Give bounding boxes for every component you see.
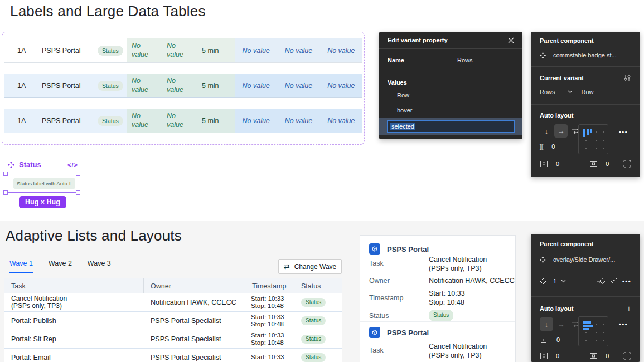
table-row-variant[interactable]: 1A PSPS Portal Status No value No value … [4,38,362,63]
status-badge[interactable]: Status [98,81,123,91]
add-auto-layout-icon[interactable]: + [627,304,631,313]
variant-option[interactable]: hover [397,107,413,114]
field-label-owner: Owner [369,277,390,285]
detach-instance-icon[interactable] [610,277,618,285]
gap-row[interactable]: 0 [540,336,631,343]
task-text: Cancel Notification [11,295,67,302]
detail-card-list[interactable]: PSPS Portal Task Cancel Notification(PSP… [360,235,516,362]
cell-no-value: No value [132,42,152,59]
table-row[interactable]: Portal: Sit Rep PSPS Portal Specialist S… [4,330,342,349]
variant-property-row[interactable]: Rows Row [540,89,631,95]
remove-auto-layout-icon[interactable]: − [627,111,631,119]
timestamp-stop: Stop: 10:48 [251,339,284,346]
code-icon[interactable]: </> [67,162,78,168]
parent-component-name: commstable badge st... [553,52,617,58]
resize-handle[interactable] [3,172,8,176]
card-header: PSPS Portal [369,243,429,255]
cell-portal: PSPS Portal [42,74,98,97]
auto-layout-header: Auto layout − [540,111,631,119]
go-to-main-component-icon[interactable] [597,277,606,285]
component-header[interactable]: Status </> [8,160,78,169]
more-options-icon[interactable]: ••• [619,129,631,135]
input-selected-text: selected [390,123,415,130]
status-badge[interactable]: Status [429,310,453,321]
resize-handle[interactable] [76,190,80,195]
status-badge[interactable]: Status [301,298,326,307]
padding-h-value[interactable]: 0 [556,160,559,167]
tab-wave-1[interactable]: Wave 1 [9,260,33,273]
resize-handle[interactable] [76,172,80,176]
timestamp-start: Start: 10:33 [245,354,294,361]
cell-no-value: No value [235,117,277,125]
green-cell-group: No value No value 5 min [127,38,235,62]
component-set-frame[interactable]: 1A PSPS Portal Status No value No value … [2,32,365,145]
variant-value-input[interactable]: selected [387,120,515,133]
direction-right-icon[interactable]: → [554,317,568,331]
table-row[interactable]: Cancel Notification(PSPs only, TP3) Noti… [4,293,342,312]
instance-count[interactable]: 1 [553,278,556,285]
more-options-icon[interactable]: ••• [622,278,631,285]
green-cell-group: No value No value 5 min [127,109,235,133]
timestamp-start: Start: 10:33 [251,295,284,302]
vertical-padding-icon [589,353,598,359]
tab-wave-2[interactable]: Wave 2 [49,260,72,273]
individual-padding-icon[interactable] [623,160,631,168]
variant-option[interactable]: Row [397,92,409,99]
horizontal-padding-icon [540,353,548,359]
portal-cube-icon [369,243,380,255]
name-value[interactable]: Rows [457,57,473,63]
change-wave-button[interactable]: ⇄ Change Wave [278,259,342,274]
tune-icon[interactable] [623,74,631,82]
field-label-task: Task [369,346,384,354]
direction-down-icon[interactable]: ↓ [540,124,553,138]
tab-wave-3[interactable]: Wave 3 [88,260,111,273]
task-text: (PSPs only, TP3) [11,302,62,310]
gap-value[interactable]: 0 [551,143,555,150]
chevron-down-icon[interactable] [568,90,573,94]
cell-no-value: No value [320,82,362,90]
parent-component-link[interactable]: overlay/Side Drawer/... [540,256,631,263]
close-icon[interactable] [508,37,514,43]
instance-row: 1 ••• [540,277,631,285]
cell-no-value: No value [235,47,277,55]
gap-value[interactable]: 0 [556,336,560,343]
horizontal-padding-icon [540,160,548,167]
cell-duration: 5 min [197,82,235,90]
parent-component-link[interactable]: commstable badge st... [540,52,631,58]
field-value-task: Cancel Notification(PSPs only, TP3) [429,256,487,273]
padding-v-value[interactable]: 0 [606,160,609,167]
status-label-chip[interactable]: Status label with Auto-L [13,178,75,189]
cell-no-value: No value [277,47,319,55]
table-row-variant[interactable]: 1A PSPS Portal Status No value No value … [4,109,362,133]
selection-frame[interactable]: Status label with Auto-L [6,174,78,193]
individual-padding-icon[interactable] [623,352,631,360]
current-variant-header: Current variant [540,74,631,82]
diamond-icon[interactable] [540,278,546,285]
column-header-task: Task [4,278,144,293]
cell-id: 1A [4,38,42,62]
cell-no-value: No value [320,117,362,125]
table-row[interactable]: Portal: Email PSPS Portal Specialist Sta… [4,349,342,362]
cell-portal: PSPS Portal [42,109,98,133]
direction-down-icon[interactable]: ↓ [540,317,553,331]
gap-row[interactable]: ]|[ 0 [540,143,631,150]
auto-layout-header: Auto layout + [540,304,631,313]
padding-v-value[interactable]: 0 [606,353,609,359]
padding-h-value[interactable]: 0 [556,353,559,359]
status-badge[interactable]: Status [301,353,326,362]
parent-component-header: Parent component [540,37,631,44]
chevron-down-icon[interactable] [561,280,566,283]
status-badge[interactable]: Status [98,46,123,56]
status-badge[interactable]: Status [301,335,326,344]
variant-property-value[interactable]: Row [582,89,594,95]
status-badge[interactable]: Status [98,116,123,126]
more-options-icon[interactable]: ••• [619,321,631,327]
table-row-variant[interactable]: 1A PSPS Portal Status No value No value … [4,74,362,98]
direction-right-icon[interactable]: → [554,124,568,138]
component-icon [8,162,14,168]
dialog-title: Edit variant property [388,37,508,43]
resize-handle[interactable] [3,190,8,195]
table-row[interactable]: Portal: Publish PSPS Portal Specialist S… [4,312,342,330]
status-badge[interactable]: Status [301,316,326,325]
field-label-status: Status [369,312,389,320]
